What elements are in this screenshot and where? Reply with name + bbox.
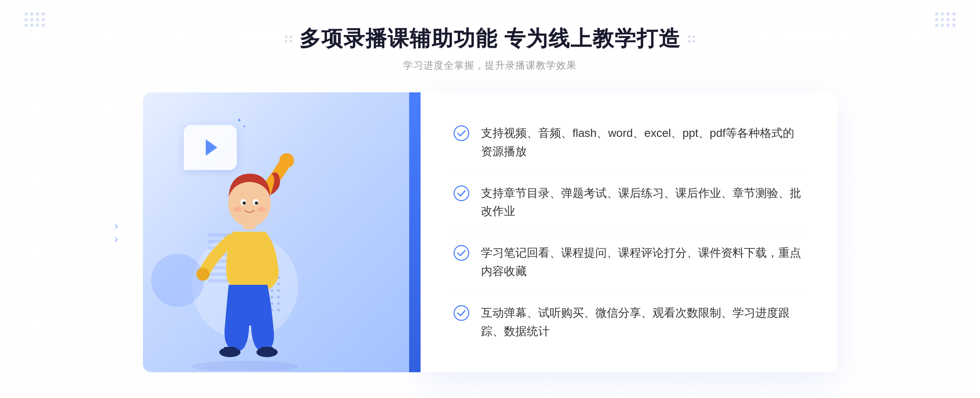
left-arrows: › › <box>114 220 118 245</box>
feature-text-1: 支持视频、音频、flash、word、excel、ppt、pdf等各种格式的资源… <box>481 124 804 161</box>
feature-item-2: 支持章节目录、弹题考试、课后练习、课后作业、章节测验、批改作业 <box>453 173 804 233</box>
svg-point-30 <box>192 361 298 371</box>
illustration-bg <box>143 92 421 372</box>
title-dots-right <box>688 36 695 42</box>
subtitle: 学习进度全掌握，提升录播课教学效果 <box>285 59 695 72</box>
svg-point-41 <box>243 201 246 205</box>
deco-dots-top-left <box>24 12 45 27</box>
feature-text-2: 支持章节目录、弹题考试、课后练习、课后作业、章节测验、批改作业 <box>481 184 804 221</box>
page-container: 多项录播课辅助功能 专为线上教学打造 学习进度全掌握，提升录播课教学效果 <box>0 0 980 398</box>
feature-item-1: 支持视频、音频、flash、word、excel、ppt、pdf等各种格式的资源… <box>453 113 804 173</box>
main-title: 多项录播课辅助功能 专为线上教学打造 <box>299 25 681 53</box>
svg-point-32 <box>196 268 209 281</box>
check-icon-1 <box>453 125 470 141</box>
illustration-wrapper: › › <box>143 92 421 372</box>
check-icon-3 <box>453 245 470 261</box>
feature-text-4: 互动弹幕、试听购买、微信分享、观看次数限制、学习进度跟踪、数据统计 <box>481 304 804 341</box>
svg-point-42 <box>255 201 258 205</box>
features-panel: 支持视频、音频、flash、word、excel、ppt、pdf等各种格式的资源… <box>421 92 837 372</box>
svg-rect-36 <box>261 347 273 353</box>
feature-item-4: 互动弹幕、试听购买、微信分享、观看次数限制、学习进度跟踪、数据统计 <box>453 293 804 352</box>
chevron-right-icon: › <box>114 220 118 232</box>
svg-point-44 <box>257 207 265 212</box>
chevron-right-icon-2: › <box>114 233 118 245</box>
check-icon-2 <box>453 185 470 201</box>
feature-item-3: 学习笔记回看、课程提问、课程评论打分、课件资料下载，重点内容收藏 <box>453 233 804 293</box>
header-title-row: 多项录播课辅助功能 专为线上教学打造 <box>285 25 695 53</box>
person-illustration <box>163 125 351 372</box>
check-icon-4 <box>453 305 470 321</box>
content-area: › › 支持视频、音频、flash、word、excel、ppt、pdf等各种格… <box>143 92 837 372</box>
svg-point-48 <box>454 306 469 320</box>
feature-text-3: 学习笔记回看、课程提问、课程评论打分、课件资料下载，重点内容收藏 <box>481 244 804 281</box>
svg-point-46 <box>454 186 469 201</box>
header-section: 多项录播课辅助功能 专为线上教学打造 学习进度全掌握，提升录播课教学效果 <box>285 25 695 72</box>
title-dots-left <box>285 36 292 42</box>
svg-point-31 <box>279 153 294 168</box>
blue-accent-bar <box>409 92 421 372</box>
svg-point-47 <box>454 246 469 260</box>
svg-point-45 <box>454 126 469 141</box>
deco-dots-top-right <box>935 12 956 27</box>
svg-point-43 <box>234 207 242 212</box>
svg-rect-35 <box>224 347 236 353</box>
